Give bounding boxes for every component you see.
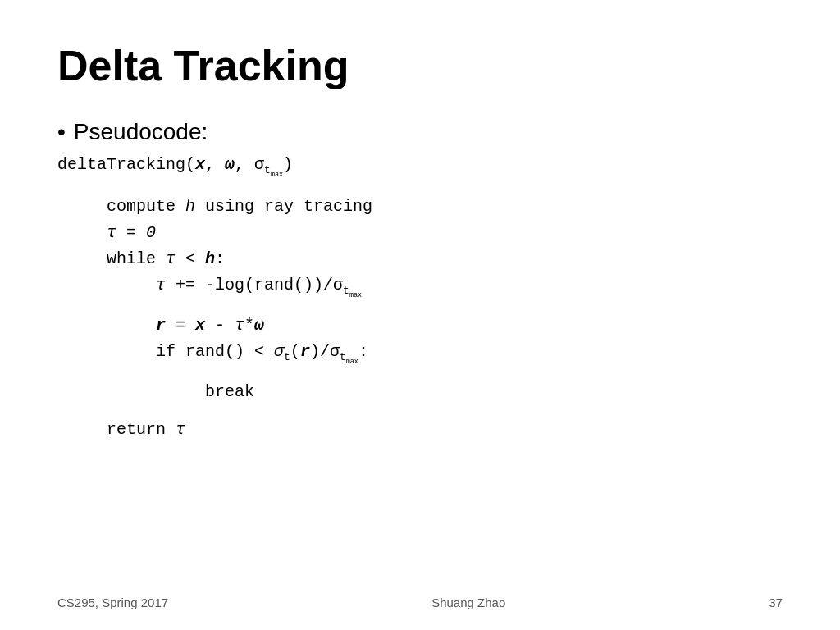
line-r-assign: r = x - τ*ω xyxy=(156,313,783,339)
slide: Delta Tracking • Pseudocode: deltaTracki… xyxy=(0,0,840,630)
slide-title: Delta Tracking xyxy=(57,41,783,90)
slide-footer: CS295, Spring 2017 Shuang Zhao 37 xyxy=(57,596,783,609)
footer-page: 37 xyxy=(769,596,783,609)
bullet-text: Pseudocode: xyxy=(74,119,208,145)
footer-author: Shuang Zhao xyxy=(431,596,505,609)
line-while: while τ < h: xyxy=(107,246,783,272)
bullet-dot: • xyxy=(57,119,66,145)
bullet-label: • Pseudocode: xyxy=(57,119,783,145)
line-return: return τ xyxy=(107,417,783,443)
line-tau-update: τ += -log(rand())/σtmax xyxy=(156,272,783,301)
bullet-section: • Pseudocode: deltaTracking(x, ω, σtmax)… xyxy=(57,119,783,443)
function-signature: deltaTracking(x, ω, σtmax) xyxy=(57,155,783,179)
line-break: break xyxy=(205,379,783,405)
footer-course: CS295, Spring 2017 xyxy=(57,596,168,609)
line-if: if rand() < σt(r)/σtmax: xyxy=(156,339,783,368)
line-compute: compute h using ray tracing xyxy=(107,194,783,220)
pseudocode-block: compute h using ray tracing τ = 0 while … xyxy=(57,194,783,443)
line-tau-init: τ = 0 xyxy=(107,220,783,246)
